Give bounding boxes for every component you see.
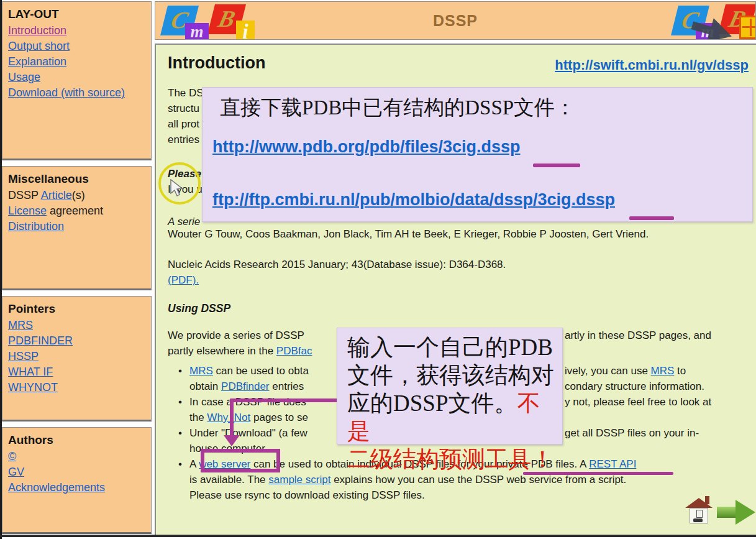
intro-heading: Introduction (168, 53, 265, 73)
sidebar-title-pointers: Pointers (8, 302, 146, 316)
main-content: Introduction http://swift.cmbi.ru.nl/gv/… (155, 44, 756, 535)
bullet4-line2: is available. The sample script explains… (189, 474, 626, 486)
magenta-arrow-vertical (230, 398, 234, 436)
sidebar-link-explanation[interactable]: Explanation (8, 54, 146, 70)
overlay1-title: 直接下载PDB中已有结构的DSSP文件： (220, 94, 575, 122)
sidebar-box-pointers: Pointers MRS PDBFINDER HSSP WHAT IF WHYN… (2, 296, 152, 422)
provide-line2: partly elsewhere in the PDBfac (168, 345, 312, 357)
bullet2-line1-left: In case a DSSP file does (189, 396, 306, 408)
pdbfinder-link[interactable]: PDBfinder (221, 380, 269, 392)
web-server-highlight-box (201, 449, 280, 472)
sidebar-box-authors: Authors © GV Acknowledgements (2, 427, 152, 534)
sidebar-link-whatif[interactable]: WHAT IF (8, 364, 146, 380)
sidebar-title-authors: Authors (8, 433, 146, 447)
bullet1-line2-left: obtain PDBfinder entries (189, 380, 304, 393)
citation-journal: Nucleic Acids Research 2015 January; 43(… (168, 259, 506, 271)
sidebar-box-layout: LAY-OUT Introduction Output short Explan… (2, 1, 152, 160)
mrs-link[interactable]: MRS (189, 365, 213, 377)
intro-paragraph-fragment: The DS (168, 87, 204, 99)
bullet1-text: entries (270, 380, 304, 392)
bullet1-text: obtain (189, 380, 221, 392)
bullet2-text: pages to se (250, 412, 308, 423)
sidebar-link-license[interactable]: License (8, 205, 47, 217)
bullet2-text: the (189, 412, 207, 423)
sidebar-link-pdbfinder[interactable]: PDBFINDER (8, 333, 146, 349)
magenta-underline-3cig (629, 216, 674, 220)
page-bottom-border (0, 535, 756, 537)
magenta-arrowhead-icon (224, 435, 240, 446)
citation-authors: Wouter G Touw, Coos Baakman, Jon Black, … (168, 226, 752, 242)
overlay2-line4: 二级结构预测工具！ (347, 445, 562, 473)
sidebar-link-hssp[interactable]: HSSP (8, 349, 146, 364)
sidebar-link-output-short[interactable]: Output short (8, 39, 146, 54)
sidebar-title-miscellaneous: Miscellaneous (8, 172, 146, 186)
page-title: DSSP (155, 12, 755, 30)
intro-paragraph-fragment: all prot (168, 118, 199, 131)
bullet-marker: • (178, 365, 182, 377)
bullet4-text: explains how you can use the DSSP web se… (330, 474, 626, 486)
bullet-marker: • (178, 396, 182, 408)
bullet1-line1-right: ively, you can use MRS to (565, 365, 686, 377)
bullet2-line2-left: the Why_Not pages to se (189, 412, 308, 424)
sidebar-link-download[interactable]: Download (with source) (8, 85, 146, 101)
intro-paragraph-fragment: entries (168, 134, 199, 146)
whynot-link[interactable]: Why_Not (207, 412, 250, 423)
annotation-overlay-download: 直接下载PDB中已有结构的DSSP文件： http://www.pdb.org/… (202, 87, 753, 222)
annotation-overlay-webserver: 输入一个自己的PDB 文件，获得该结构对 应的DSSP文件。不是 二级结构预测工… (337, 328, 563, 445)
swift-dssp-link[interactable]: http://swift.cmbi.ru.nl/gv/dssp (555, 57, 749, 73)
header: C B m i DSSP C B m i (155, 1, 756, 40)
sidebar-row-article: DSSP Article(s) (8, 188, 146, 203)
sidebar-link-whynot[interactable]: WHYNOT (8, 380, 146, 395)
bullet1-text: ively, you can use (565, 365, 651, 377)
bullet1-text: can be used to obta (213, 365, 309, 377)
sidebar-link-article[interactable]: Article (41, 189, 72, 201)
sidebar: LAY-OUT Introduction Output short Explan… (2, 1, 152, 534)
bullet-marker: • (178, 427, 182, 440)
ftp-dssp-file-link[interactable]: ftp://ftp.cmbi.ru.nl/pub/molbio/data/dss… (212, 190, 615, 210)
forward-arrow-icon[interactable] (717, 500, 756, 525)
bullet2-line1-right: y not, please feel free to look at (565, 396, 711, 408)
rest-api-link[interactable]: REST API (589, 458, 636, 470)
overlay2-line3: 应的DSSP文件。不是 (347, 389, 562, 445)
sidebar-link-copyright[interactable]: © (8, 449, 146, 464)
article-suffix: (s) (72, 189, 85, 201)
using-dssp-heading: Using DSSP (168, 302, 230, 315)
mouse-cursor (170, 179, 183, 200)
intro-paragraph-fragment: structu (168, 103, 199, 115)
bullet3-line1-left: Under "Download" (a few (189, 427, 307, 440)
bullet-marker: • (178, 458, 182, 471)
sample-script-link[interactable]: sample script (268, 474, 330, 486)
overlay2-line2: 文件，获得该结构对 (347, 361, 562, 389)
sidebar-title-layout: LAY-OUT (8, 7, 146, 21)
provide-line-right: artly in these DSSP pages, and (565, 329, 711, 342)
bullet4-text: A (189, 458, 199, 470)
sidebar-link-distribution[interactable]: Distribution (8, 220, 64, 233)
pdb-dssp-file-link[interactable]: http://www.pdb.org/pdb/files/3cig.dssp (212, 137, 521, 157)
clipped-window-icon (739, 16, 756, 39)
sidebar-row-distribution: Distribution (8, 219, 146, 234)
provide-line2-text: partly elsewhere in the (168, 345, 276, 357)
sidebar-link-acknowledgements[interactable]: Acknowledgements (8, 480, 146, 495)
dssp-label: DSSP (8, 189, 41, 201)
home-icon[interactable] (685, 496, 713, 526)
mrs-link[interactable]: MRS (651, 365, 675, 377)
provide-line-left: We provide a series of DSSP (168, 329, 304, 342)
magenta-arrow-horizontal (230, 398, 350, 402)
overlay2-line1: 输入一个自己的PDB (347, 333, 562, 361)
pdbfacilities-link[interactable]: PDBfac (276, 345, 312, 357)
sidebar-link-mrs[interactable]: MRS (8, 318, 146, 333)
sidebar-link-gv[interactable]: GV (8, 464, 146, 480)
bullet3-line1-right: get all DSSP files on your in- (565, 427, 699, 440)
bullet1-line2-right: condary structure information. (565, 380, 704, 393)
bullet1-text: to (674, 365, 686, 377)
bullet1-line1-left: MRS can be used to obta (189, 365, 309, 377)
sidebar-link-introduction[interactable]: Introduction (8, 23, 146, 39)
magenta-underline-3cig (533, 164, 580, 167)
bullet4-line3: Please use rsync to download existing DS… (189, 489, 425, 502)
pdf-link[interactable]: (PDF). (168, 274, 199, 287)
overlay2-text: 应的DSSP文件。 (347, 390, 517, 416)
bullet4-text: is available. The (189, 474, 268, 486)
sidebar-link-usage[interactable]: Usage (8, 70, 146, 85)
sidebar-box-miscellaneous: Miscellaneous DSSP Article(s) License ag… (2, 166, 152, 290)
sidebar-row-license: License agreement (8, 203, 146, 219)
